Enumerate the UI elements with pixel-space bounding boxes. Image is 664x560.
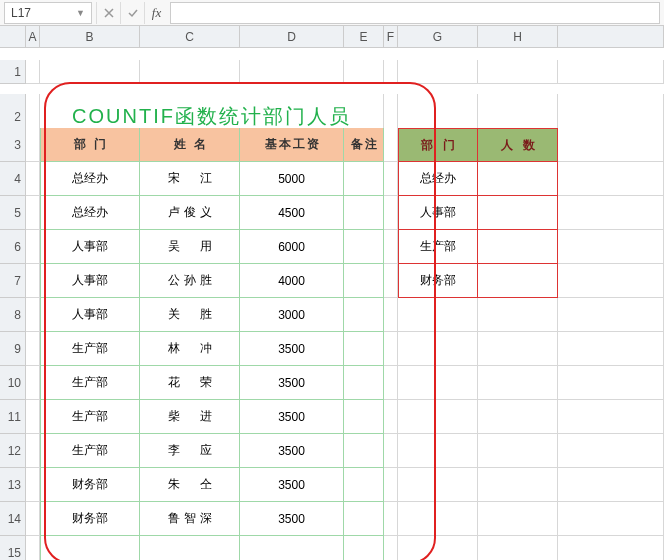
main-header-salary[interactable]: 基本工资 (240, 128, 344, 162)
cell[interactable] (558, 230, 664, 264)
cell[interactable] (558, 196, 664, 230)
main-cell-name[interactable]: 宋 江 (140, 162, 240, 196)
row-header[interactable]: 13 (0, 468, 26, 502)
cell[interactable] (478, 468, 558, 502)
main-cell-dept[interactable]: 生产部 (40, 434, 140, 468)
insert-function-button[interactable]: fx (144, 2, 168, 24)
main-cell-note[interactable] (344, 468, 384, 502)
column-header[interactable]: E (344, 26, 384, 48)
cell[interactable] (398, 434, 478, 468)
cell[interactable] (240, 60, 344, 84)
cell[interactable] (384, 264, 398, 298)
row-header[interactable]: 12 (0, 434, 26, 468)
cell[interactable] (558, 298, 664, 332)
main-cell-dept[interactable]: 生产部 (40, 332, 140, 366)
main-cell-empty[interactable] (240, 536, 344, 560)
column-header-tail[interactable] (558, 26, 664, 48)
main-cell-dept[interactable]: 总经办 (40, 196, 140, 230)
main-cell-note[interactable] (344, 332, 384, 366)
cell[interactable] (398, 366, 478, 400)
column-header[interactable]: A (26, 26, 40, 48)
cell[interactable] (384, 128, 398, 162)
main-cell-salary[interactable]: 3500 (240, 366, 344, 400)
main-cell-name[interactable]: 柴 进 (140, 400, 240, 434)
cell[interactable] (398, 536, 478, 560)
cell[interactable] (26, 128, 40, 162)
name-box[interactable]: L17 ▼ (4, 2, 92, 24)
main-cell-name[interactable]: 关 胜 (140, 298, 240, 332)
cell[interactable] (26, 60, 40, 84)
cell[interactable] (384, 400, 398, 434)
cell[interactable] (398, 60, 478, 84)
main-header-dept[interactable]: 部门 (40, 128, 140, 162)
cell[interactable] (558, 468, 664, 502)
cell[interactable] (384, 366, 398, 400)
cell[interactable] (384, 502, 398, 536)
cell[interactable] (558, 366, 664, 400)
cell[interactable] (558, 162, 664, 196)
row-header[interactable]: 8 (0, 298, 26, 332)
main-cell-name[interactable]: 李 应 (140, 434, 240, 468)
main-cell-name[interactable]: 吴 用 (140, 230, 240, 264)
cell[interactable] (398, 298, 478, 332)
chevron-down-icon[interactable]: ▼ (76, 8, 85, 18)
main-cell-dept[interactable]: 总经办 (40, 162, 140, 196)
cell[interactable] (26, 502, 40, 536)
main-cell-dept[interactable]: 人事部 (40, 298, 140, 332)
row-header[interactable]: 4 (0, 162, 26, 196)
cell[interactable] (558, 60, 664, 84)
main-cell-dept[interactable]: 人事部 (40, 264, 140, 298)
cell[interactable] (558, 264, 664, 298)
main-cell-name[interactable]: 鲁智深 (140, 502, 240, 536)
summary-cell-count[interactable] (478, 264, 558, 298)
column-header[interactable]: C (140, 26, 240, 48)
cell[interactable] (398, 502, 478, 536)
summary-cell-dept[interactable]: 财务部 (398, 264, 478, 298)
main-cell-salary[interactable]: 3500 (240, 434, 344, 468)
row-header[interactable]: 15 (0, 536, 26, 560)
row-header[interactable]: 6 (0, 230, 26, 264)
main-cell-note[interactable] (344, 502, 384, 536)
cell[interactable] (384, 230, 398, 264)
cell[interactable] (558, 434, 664, 468)
row-header[interactable]: 11 (0, 400, 26, 434)
column-header[interactable]: D (240, 26, 344, 48)
main-cell-dept[interactable]: 生产部 (40, 366, 140, 400)
cell[interactable] (384, 468, 398, 502)
main-cell-name[interactable]: 林 冲 (140, 332, 240, 366)
row-header[interactable]: 3 (0, 128, 26, 162)
row-header[interactable]: 7 (0, 264, 26, 298)
main-header-note[interactable]: 备注 (344, 128, 384, 162)
main-cell-dept[interactable]: 财务部 (40, 468, 140, 502)
column-header[interactable]: B (40, 26, 140, 48)
cell[interactable] (140, 60, 240, 84)
confirm-formula-button[interactable] (120, 2, 144, 24)
main-cell-salary[interactable]: 3500 (240, 468, 344, 502)
cell[interactable] (478, 60, 558, 84)
cell[interactable] (26, 196, 40, 230)
cell[interactable] (26, 468, 40, 502)
spreadsheet-grid[interactable]: A B C D E F G H 1 2 COUNTIF函数统计部门人员 3 部门… (0, 26, 664, 560)
main-cell-name[interactable]: 公孙胜 (140, 264, 240, 298)
column-header[interactable]: H (478, 26, 558, 48)
formula-input[interactable] (170, 2, 660, 24)
main-cell-name[interactable]: 花 荣 (140, 366, 240, 400)
cell[interactable] (384, 434, 398, 468)
cell[interactable] (478, 536, 558, 560)
column-header[interactable]: F (384, 26, 398, 48)
cell[interactable] (478, 332, 558, 366)
row-header[interactable]: 5 (0, 196, 26, 230)
cancel-formula-button[interactable] (96, 2, 120, 24)
main-cell-empty[interactable] (140, 536, 240, 560)
cell[interactable] (398, 332, 478, 366)
cell[interactable] (384, 162, 398, 196)
cell[interactable] (26, 332, 40, 366)
main-cell-salary[interactable]: 4500 (240, 196, 344, 230)
summary-header-count[interactable]: 人数 (478, 128, 558, 162)
main-cell-note[interactable] (344, 434, 384, 468)
main-cell-note[interactable] (344, 264, 384, 298)
summary-cell-count[interactable] (478, 230, 558, 264)
cell[interactable] (26, 298, 40, 332)
main-cell-salary[interactable]: 3000 (240, 298, 344, 332)
main-cell-empty[interactable] (40, 536, 140, 560)
